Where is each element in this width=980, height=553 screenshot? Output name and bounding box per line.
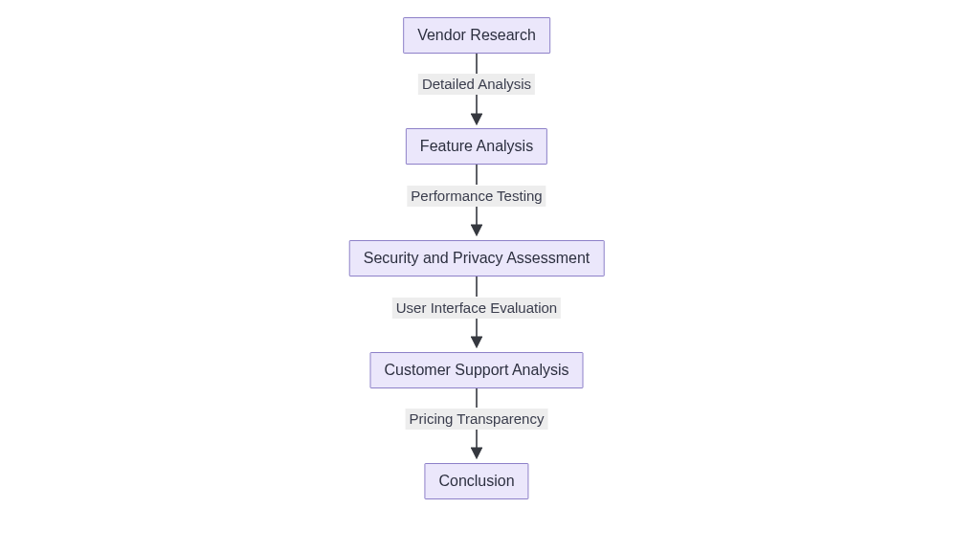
node-security-privacy: Security and Privacy Assessment bbox=[349, 240, 605, 276]
flowchart-canvas: Vendor Research Feature Analysis Securit… bbox=[0, 0, 980, 553]
edge-label-performance-testing: Performance Testing bbox=[407, 186, 546, 207]
edge-label-detailed-analysis: Detailed Analysis bbox=[418, 74, 535, 95]
node-vendor-research: Vendor Research bbox=[403, 17, 550, 54]
node-feature-analysis: Feature Analysis bbox=[406, 128, 547, 165]
node-customer-support: Customer Support Analysis bbox=[370, 352, 584, 388]
edge-label-ui-evaluation: User Interface Evaluation bbox=[392, 298, 561, 319]
edge-label-pricing-transparency: Pricing Transparency bbox=[406, 409, 548, 430]
node-conclusion: Conclusion bbox=[424, 463, 528, 499]
